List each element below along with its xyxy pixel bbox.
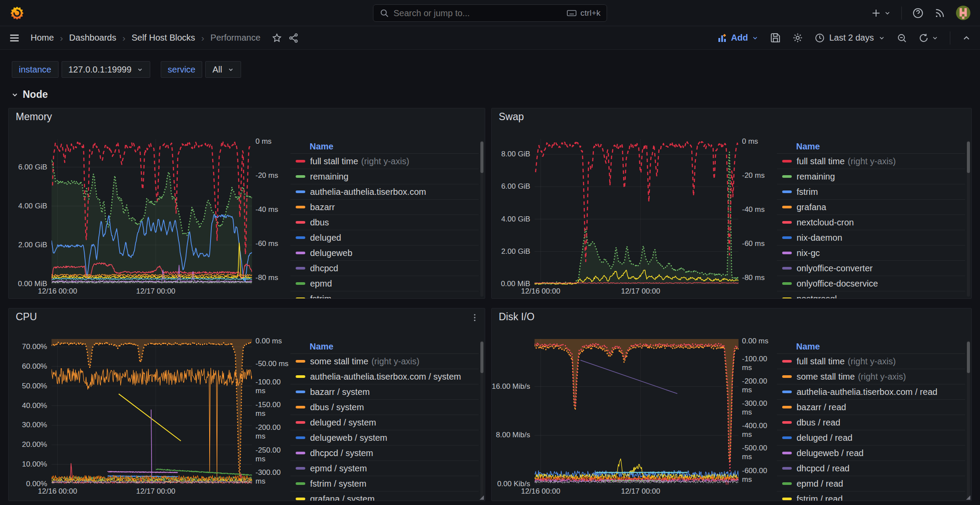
legend-row[interactable]: some stall time(right y-axis): [777, 369, 965, 384]
variable-instance-label[interactable]: instance: [12, 61, 59, 78]
y-axis-right-tick: -400.00 ms: [742, 422, 777, 439]
dashboard-settings-button[interactable]: [792, 32, 803, 43]
legend-scrollbar-thumb[interactable]: [967, 142, 970, 173]
legend-row[interactable]: fstrim / read: [777, 491, 965, 501]
legend-scrollbar-thumb[interactable]: [967, 342, 970, 373]
legend-row[interactable]: authelia-authelia.tiserbox.com / system: [290, 369, 479, 384]
favorite-button[interactable]: [272, 33, 282, 43]
save-dashboard-button[interactable]: [770, 32, 781, 43]
legend-row[interactable]: deluged / system: [290, 415, 479, 430]
zoom-out-icon: [897, 33, 907, 43]
legend: Namefull stall time(right y-axis)remaini…: [290, 125, 485, 298]
legend-row[interactable]: dbus / read: [777, 415, 965, 430]
y-axis-right-tick: -200.00 ms: [742, 377, 777, 394]
legend-row[interactable]: bazarr: [290, 200, 479, 215]
mega-menu-toggle[interactable]: [9, 32, 20, 44]
legend-row[interactable]: dhcpcd: [290, 261, 479, 276]
refresh-button[interactable]: [918, 33, 939, 43]
legend-row[interactable]: epmd / read: [777, 476, 965, 491]
grafana-logo[interactable]: [10, 6, 24, 21]
collapse-toolbar-button[interactable]: [962, 33, 971, 43]
panel-menu-button[interactable]: [469, 312, 480, 323]
legend-row[interactable]: bazarr / system: [290, 384, 479, 400]
legend-row[interactable]: authelia-authelia.tiserbox.com: [290, 184, 479, 200]
zoom-out-button[interactable]: [897, 33, 907, 43]
y-axis-left-tick: 70.00%: [9, 342, 47, 351]
legend-row[interactable]: fstrim / system: [290, 476, 479, 491]
legend-row[interactable]: full stall time(right y-axis): [777, 154, 965, 169]
breadcrumb-home[interactable]: Home: [31, 33, 54, 43]
legend-row[interactable]: dhcpcd / read: [777, 461, 965, 476]
help-button[interactable]: [912, 7, 924, 19]
chart-area[interactable]: 70.00%60.00%50.00%40.00%30.00%20.00%10.0…: [9, 325, 290, 501]
series-label: delugeweb: [310, 248, 352, 258]
panel-memory: Memory 6.00 GiB4.00 GiB2.00 GiB0.00 MiB0…: [8, 108, 485, 299]
legend-row[interactable]: authelia-authelia.tiserbox.com / read: [777, 384, 965, 400]
chevron-down-icon: [932, 35, 939, 42]
legend-row[interactable]: deluged: [290, 230, 479, 246]
legend-row[interactable]: dbus: [290, 215, 479, 230]
row-node-toggle[interactable]: Node: [11, 89, 980, 100]
series-color-swatch: [782, 267, 792, 270]
variable-service-label[interactable]: service: [161, 61, 202, 78]
breadcrumb-dashboards[interactable]: Dashboards: [69, 33, 116, 43]
legend-row[interactable]: full stall time(right y-axis): [777, 354, 965, 369]
legend-row[interactable]: deluged / read: [777, 430, 965, 446]
dashboard-variables: instance 127.0.0.1:19999 service All: [12, 61, 980, 78]
legend-row[interactable]: delugeweb / read: [777, 446, 965, 461]
panel-title: Disk I/O: [499, 311, 535, 323]
legend-row[interactable]: nix-gc: [777, 246, 965, 261]
legend-row[interactable]: onlyoffice-converter: [777, 261, 965, 276]
legend-row[interactable]: bazarr / read: [777, 400, 965, 415]
legend-row[interactable]: full stall time(right y-axis): [290, 154, 479, 169]
legend-row[interactable]: remaining: [777, 169, 965, 184]
legend-row[interactable]: grafana / system: [290, 491, 479, 501]
variable-service-value[interactable]: All: [205, 61, 241, 78]
legend-row[interactable]: dhcpcd / system: [290, 446, 479, 461]
legend-scrollbar-thumb[interactable]: [480, 342, 483, 373]
series-color-swatch: [296, 498, 305, 500]
series-label: bazarr / system: [310, 387, 370, 397]
series-note: (right y-axis): [848, 156, 896, 166]
y-axis-right-tick: -20 ms: [255, 171, 278, 180]
legend-row[interactable]: fstrim: [777, 184, 965, 200]
legend-row[interactable]: dbus / system: [290, 400, 479, 415]
global-search[interactable]: ctrl+k: [373, 4, 607, 22]
variable-instance-value[interactable]: 127.0.0.1:19999: [62, 61, 151, 78]
legend-row[interactable]: delugeweb / system: [290, 430, 479, 446]
legend-row[interactable]: postgresql: [777, 291, 965, 298]
panel-resize-handle[interactable]: [480, 495, 484, 500]
legend-row[interactable]: some stall time(right y-axis): [290, 354, 479, 369]
series-label: authelia-authelia.tiserbox.com / read: [797, 387, 937, 397]
add-panel-button[interactable]: Add: [717, 33, 759, 43]
news-button[interactable]: [934, 7, 945, 19]
legend-row[interactable]: grafana: [777, 200, 965, 215]
user-avatar[interactable]: [956, 6, 970, 20]
legend-row[interactable]: fstrim: [290, 291, 479, 298]
share-button[interactable]: [288, 33, 299, 43]
new-button[interactable]: [871, 8, 891, 18]
time-range-picker[interactable]: Last 2 days: [814, 33, 885, 43]
y-axis-right-tick: -80 ms: [742, 273, 765, 282]
legend-scrollbar-thumb[interactable]: [480, 142, 483, 173]
panel-resize-handle[interactable]: [966, 495, 970, 500]
series-color-swatch: [296, 360, 305, 363]
legend-row[interactable]: delugeweb: [290, 246, 479, 261]
chart-area[interactable]: 6.00 GiB4.00 GiB2.00 GiB0.00 MiB0 ms-20 …: [9, 125, 290, 298]
legend-row[interactable]: nextcloud-cron: [777, 215, 965, 230]
legend-row[interactable]: nix-daemon: [777, 230, 965, 246]
y-axis-left-tick: 4.00 GiB: [492, 215, 530, 224]
legend-row[interactable]: remaining: [290, 169, 479, 184]
series-label: full stall time: [310, 156, 358, 166]
legend-row[interactable]: onlyoffice-docservice: [777, 276, 965, 291]
breadcrumb-folder[interactable]: Self Host Blocks: [131, 33, 195, 43]
series-label: authelia-authelia.tiserbox.com / system: [310, 372, 461, 382]
y-axis-right-tick: -60 ms: [742, 239, 765, 248]
search-input[interactable]: [393, 8, 562, 18]
series-color-swatch: [296, 221, 305, 224]
legend-row[interactable]: epmd / system: [290, 461, 479, 476]
chart-area[interactable]: 16.00 Mib/s8.00 Mib/s0.00 Kib/s0.00 ms-1…: [492, 325, 777, 501]
series-label: grafana / system: [310, 494, 375, 501]
chart-area[interactable]: 8.00 GiB6.00 GiB4.00 GiB2.00 GiB0.00 MiB…: [492, 125, 777, 298]
legend-row[interactable]: epmd: [290, 276, 479, 291]
